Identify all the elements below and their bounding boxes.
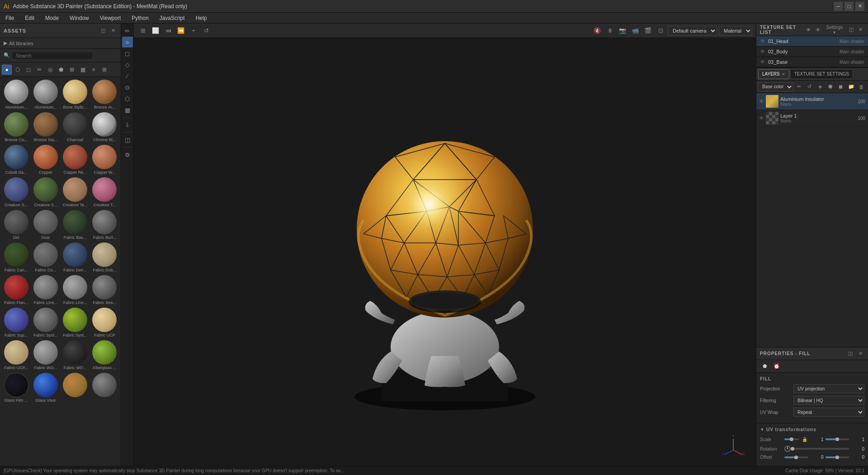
asset-item-33[interactable]: Fabric WO...	[31, 339, 60, 371]
tool-paint-brush[interactable]: ✏	[122, 25, 133, 36]
menu-item-viewport[interactable]: Viewport	[94, 13, 126, 23]
assets-close-button[interactable]: ✕	[109, 27, 117, 35]
tool-apps-button[interactable]: ⊞	[99, 65, 109, 75]
asset-item-16[interactable]: Dirt	[2, 209, 30, 241]
tool-settings[interactable]: ⚙	[122, 149, 133, 160]
vp-pause-button[interactable]: ⏸	[604, 25, 615, 36]
tool-polygon[interactable]: ⬡	[122, 93, 133, 104]
asset-item-22[interactable]: Fabric Den...	[61, 242, 90, 273]
asset-item-20[interactable]: Fabric Can...	[2, 242, 30, 273]
tsl-close-button[interactable]: ✕	[857, 26, 864, 34]
tsl-eye-button[interactable]: 👁	[805, 26, 812, 34]
menu-item-help[interactable]: Help	[190, 13, 212, 23]
tsl-item-body[interactable]: 👁 02_Body Main shader	[756, 47, 868, 57]
tool-filter-button[interactable]: ▦	[78, 65, 88, 75]
vp-film-button[interactable]: 🎬	[642, 25, 653, 36]
tsl-item-head[interactable]: 👁 01_Head Main shader	[756, 36, 868, 47]
asset-item-0[interactable]: Aluminium...	[2, 79, 30, 110]
tool-lasso[interactable]: ⊙	[122, 82, 133, 93]
asset-item-27[interactable]: Fabric Stre...	[90, 274, 119, 306]
tool-grid-button[interactable]: ⊞	[67, 65, 77, 75]
search-input[interactable]	[12, 52, 93, 60]
asset-item-1[interactable]: Aluminium...	[31, 79, 60, 110]
layer-rotate-btn[interactable]: ↺	[805, 82, 814, 92]
asset-item-34[interactable]: Fabric WO...	[61, 339, 90, 371]
properties-close-btn[interactable]: ✕	[856, 350, 864, 358]
uvwrap-select[interactable]: Repeat	[793, 408, 864, 417]
scale-slider[interactable]	[784, 438, 799, 440]
offset-slider-2-thumb[interactable]	[835, 456, 839, 459]
asset-item-17[interactable]: Dust	[31, 209, 60, 241]
asset-item-35[interactable]: Fiberglass ...	[90, 339, 119, 371]
scale-slider-thumb[interactable]	[790, 437, 793, 441]
uv-section-header[interactable]: ▼ UV transformations	[760, 427, 864, 432]
tool-sphere-button[interactable]: ●	[2, 65, 12, 75]
rotation-slider-thumb[interactable]	[791, 447, 794, 451]
offset-slider[interactable]	[784, 456, 808, 458]
minimize-button[interactable]: ─	[834, 2, 843, 11]
asset-item-3[interactable]: Bronze Ar...	[90, 79, 119, 110]
tsl-settings-button[interactable]: Settings ▾	[823, 26, 845, 34]
prop-material-tab[interactable]: ⬟	[760, 361, 770, 371]
tool-pen-button[interactable]: ◎	[45, 65, 55, 75]
asset-item-13[interactable]: Creature S...	[31, 176, 60, 208]
tab-layers[interactable]: LAYERS ✕	[758, 69, 789, 79]
asset-item-19[interactable]: Fabric Burl...	[90, 209, 119, 241]
tool-pen[interactable]: ◇	[122, 59, 133, 70]
scale-slider-2-thumb[interactable]	[835, 437, 839, 441]
asset-item-6[interactable]: Charcoal	[61, 111, 90, 143]
asset-item-8[interactable]: Cobalt Da...	[2, 144, 30, 176]
scale-slider-2[interactable]	[826, 438, 849, 440]
menu-item-python[interactable]: Python	[126, 13, 154, 23]
render-mode-select[interactable]: Material	[719, 26, 752, 36]
layer-brush-btn[interactable]: ⬟	[826, 82, 835, 92]
tool-select-rect[interactable]: ◻	[122, 48, 133, 59]
asset-item-38[interactable]	[61, 372, 90, 404]
rotation-slider[interactable]	[793, 448, 849, 450]
vp-add-button[interactable]: +	[188, 25, 199, 36]
layer-item-alum[interactable]: 👁 Aluminium Insulator Norm 100	[756, 93, 868, 110]
tool-cylinder-button[interactable]: ⬡	[13, 65, 23, 75]
asset-item-26[interactable]: Fabric Line...	[61, 274, 90, 306]
asset-item-24[interactable]: Fabric Flan...	[2, 274, 30, 306]
menu-item-file[interactable]: File	[0, 13, 19, 23]
asset-item-10[interactable]: Copper Re...	[61, 144, 90, 176]
tool-paint-button[interactable]: ✏	[34, 65, 44, 75]
asset-item-25[interactable]: Fabric Line...	[31, 274, 60, 306]
asset-item-15[interactable]: Creature T...	[90, 176, 119, 208]
vp-camera-button[interactable]: 📹	[630, 25, 641, 36]
rotation-dial[interactable]	[784, 446, 791, 452]
tab-texture-set-settings[interactable]: TEXTURE SET SETTINGS	[790, 69, 854, 79]
asset-item-37[interactable]: Glass Visor	[31, 372, 60, 404]
asset-item-32[interactable]: Fabric UCP...	[2, 339, 30, 371]
layer-fill-btn[interactable]: ◼	[836, 82, 845, 92]
asset-item-4[interactable]: Bronze Co...	[2, 111, 30, 143]
close-button[interactable]: ✕	[855, 2, 864, 11]
asset-item-11[interactable]: Copper W...	[90, 144, 119, 176]
asset-item-12[interactable]: Creature S...	[2, 176, 30, 208]
menu-item-window[interactable]: Window	[64, 13, 94, 23]
vp-refresh-button[interactable]: ↺	[201, 25, 212, 36]
vp-photo-button[interactable]: 📷	[617, 25, 628, 36]
layer-item-1[interactable]: 👁 Layer 1 Norm 100	[756, 110, 868, 127]
asset-item-31[interactable]: Fabric UCP	[90, 307, 119, 338]
asset-item-14[interactable]: Creature Te...	[61, 176, 90, 208]
offset-slider-thumb[interactable]	[794, 456, 798, 459]
tool-sphere[interactable]: ○	[122, 37, 133, 48]
layer-trash-btn[interactable]: 🗑	[857, 82, 866, 92]
asset-item-2[interactable]: Bone Styliz...	[61, 79, 90, 110]
tool-list-button[interactable]: ≡	[89, 65, 99, 75]
asset-item-23[interactable]: Fabric Dob...	[90, 242, 119, 273]
vp-quad-button[interactable]: ⬜	[150, 25, 161, 36]
layer-pen-btn[interactable]: ◈	[815, 82, 825, 92]
layer-folder-btn[interactable]: 📁	[846, 82, 856, 92]
maximize-button[interactable]: □	[844, 2, 854, 11]
tool-import[interactable]: ⇩	[122, 119, 133, 130]
asset-item-7[interactable]: Chrome Bl...	[90, 111, 119, 143]
vp-prev-button[interactable]: ⏮	[163, 25, 174, 36]
layer-pencil-btn[interactable]: ✏	[794, 82, 804, 92]
tsl-item-base[interactable]: 👁 03_Base Main shader	[756, 57, 868, 67]
tsl-eye2-button[interactable]: 👁	[814, 26, 822, 34]
vp-mute-button[interactable]: 🔇	[592, 25, 603, 36]
menu-item-javascript[interactable]: JavaScript	[154, 13, 190, 23]
